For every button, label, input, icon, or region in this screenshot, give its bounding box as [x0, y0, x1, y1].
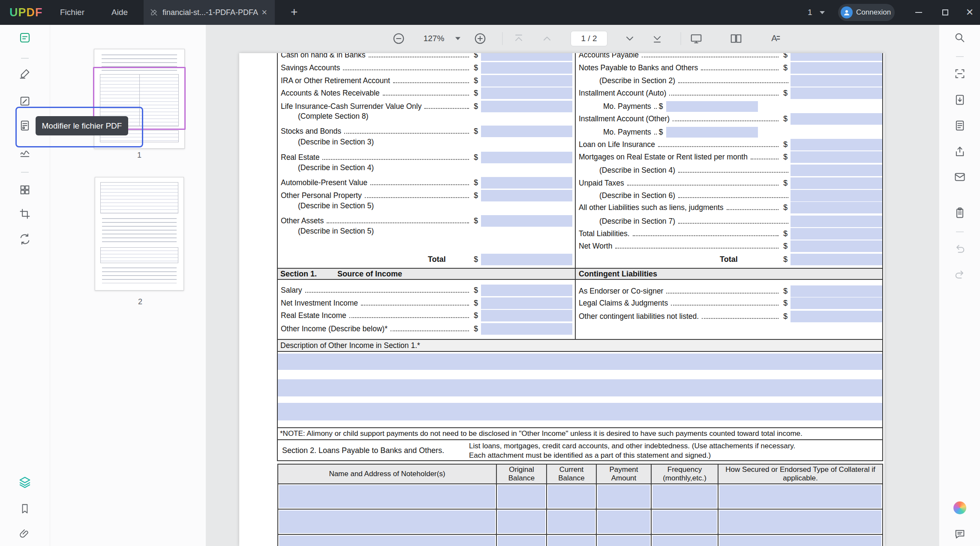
noteholder-field[interactable]	[652, 485, 717, 508]
attachment-panel-button[interactable]	[16, 525, 33, 543]
edit-pdf-button[interactable]	[16, 93, 33, 110]
noteholder-field[interactable]	[498, 536, 545, 546]
last-page-button[interactable]	[651, 33, 663, 45]
first-page-button[interactable]	[513, 33, 525, 45]
amount-field[interactable]	[791, 240, 882, 252]
amount-field[interactable]	[791, 165, 882, 176]
bookmark-panel-button[interactable]	[16, 500, 33, 517]
next-page-button[interactable]	[624, 33, 636, 45]
amount-field[interactable]	[791, 285, 882, 297]
zoom-dropdown[interactable]	[455, 37, 460, 40]
convert-tool-button[interactable]	[16, 231, 33, 248]
minimize-button[interactable]	[907, 0, 931, 25]
amount-field[interactable]	[791, 311, 882, 322]
text-recognition-button[interactable]: A	[769, 32, 782, 45]
amount-field[interactable]	[791, 75, 882, 87]
noteholder-field[interactable]	[598, 536, 650, 546]
amount-field[interactable]	[791, 216, 882, 227]
noteholder-field[interactable]	[498, 510, 545, 533]
noteholder-field[interactable]	[548, 536, 595, 546]
presentation-mode-button[interactable]	[690, 32, 703, 45]
noteholder-field[interactable]	[719, 485, 881, 508]
signature-tool-button[interactable]	[16, 144, 33, 161]
zoom-out-button[interactable]	[392, 32, 405, 45]
amount-field[interactable]	[481, 310, 572, 321]
noteholder-field[interactable]	[598, 510, 650, 533]
amount-field[interactable]	[791, 87, 882, 99]
liabilities-total-field[interactable]	[791, 254, 882, 265]
search-button[interactable]	[951, 29, 968, 46]
redo-button[interactable]	[951, 267, 968, 284]
page-thumbnail-2[interactable]	[95, 177, 184, 291]
menu-fichier[interactable]: Fichier	[56, 0, 89, 25]
noteholder-field[interactable]	[279, 510, 495, 533]
document-tab[interactable]: financial-st...-1-PDFA-PDFA ×	[144, 0, 275, 25]
extract-page-button[interactable]	[951, 91, 968, 108]
noteholder-field[interactable]	[598, 485, 650, 508]
amount-field[interactable]	[791, 151, 882, 163]
organize-pages-button[interactable]	[16, 181, 33, 198]
amount-field[interactable]	[791, 62, 882, 74]
mo-amount-field[interactable]	[666, 127, 758, 138]
noteholder-field[interactable]	[279, 536, 495, 546]
close-window-button[interactable]: ✕	[958, 0, 980, 25]
login-button[interactable]: Connexion	[838, 4, 895, 21]
amount-field[interactable]	[791, 139, 882, 150]
versions-button[interactable]	[951, 204, 968, 222]
amount-field[interactable]	[481, 62, 572, 74]
window-count[interactable]: 1	[808, 0, 812, 25]
amount-field[interactable]	[791, 228, 882, 240]
maximize-button[interactable]	[933, 0, 957, 25]
page-indicator-input[interactable]: 1 / 2	[571, 31, 607, 46]
noteholder-field[interactable]	[719, 536, 881, 546]
reader-mode-button[interactable]	[16, 29, 33, 46]
noteholder-field[interactable]	[548, 510, 595, 533]
amount-field[interactable]	[481, 75, 572, 87]
noteholder-field[interactable]	[548, 485, 595, 508]
noteholder-field[interactable]	[652, 510, 717, 533]
noteholder-field[interactable]	[652, 536, 717, 546]
tab-close-icon[interactable]: ×	[260, 7, 269, 18]
two-page-view-button[interactable]	[730, 32, 743, 45]
amount-field[interactable]	[791, 53, 882, 61]
other-income-field-1[interactable]	[278, 354, 882, 370]
amount-field[interactable]	[481, 177, 572, 189]
amount-field[interactable]	[791, 113, 882, 125]
comment-tool-button[interactable]	[16, 65, 33, 82]
amount-field[interactable]	[481, 297, 572, 309]
assets-total-field[interactable]	[481, 254, 572, 265]
form-label: Installment Account (Auto)	[579, 89, 666, 98]
amount-field[interactable]	[791, 190, 882, 201]
amount-field[interactable]	[481, 323, 572, 335]
crop-tool-button[interactable]	[16, 205, 33, 222]
email-button[interactable]	[951, 168, 968, 186]
other-income-field-3[interactable]	[278, 403, 882, 420]
ocr-button[interactable]	[951, 65, 968, 82]
other-income-field-2[interactable]	[278, 379, 882, 396]
share-button[interactable]	[951, 143, 968, 160]
undo-button[interactable]	[951, 241, 968, 258]
updf-ai-button[interactable]	[951, 499, 968, 516]
chevron-down-icon[interactable]	[820, 11, 825, 14]
layers-panel-button[interactable]	[16, 474, 33, 491]
amount-field[interactable]	[791, 202, 882, 213]
amount-field[interactable]	[481, 53, 572, 61]
noteholder-field[interactable]	[498, 485, 545, 508]
amount-field[interactable]	[791, 177, 882, 189]
forms-tool-button[interactable]	[16, 117, 33, 134]
pdf-page[interactable]: Total $ Cash on hand & in Banks$Savings …	[239, 53, 884, 546]
previous-page-button[interactable]	[541, 33, 553, 45]
noteholder-field[interactable]	[719, 510, 881, 533]
noteholder-field[interactable]	[279, 485, 495, 508]
menu-aide[interactable]: Aide	[107, 0, 132, 25]
amount-field[interactable]	[791, 297, 882, 309]
feedback-button[interactable]	[951, 525, 968, 543]
zoom-level[interactable]: 127%	[424, 34, 445, 43]
form-row: Accounts Payable$	[575, 53, 883, 61]
zoom-in-button[interactable]	[474, 32, 487, 45]
summary-button[interactable]	[951, 117, 968, 134]
amount-field[interactable]	[481, 285, 572, 296]
amount-field[interactable]	[481, 87, 572, 99]
new-tab-button[interactable]: +	[286, 0, 302, 25]
mo-amount-field[interactable]	[666, 101, 758, 112]
